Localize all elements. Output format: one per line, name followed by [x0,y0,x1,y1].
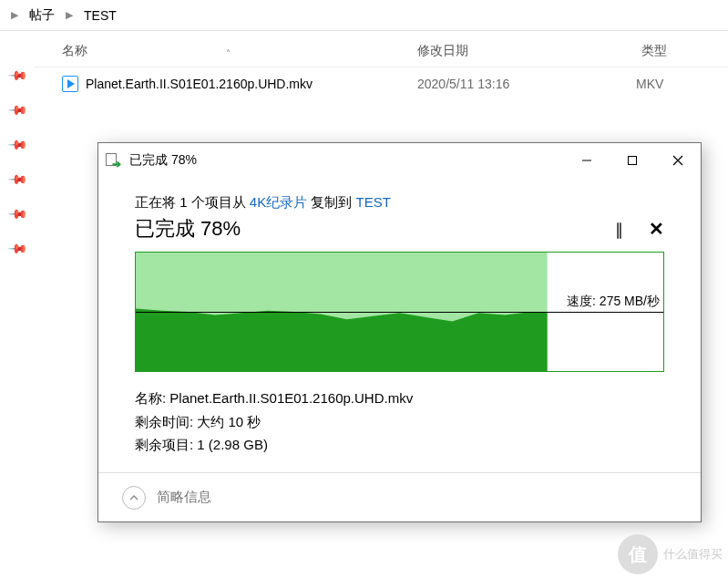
speed-baseline [136,312,663,313]
sort-asc-icon: ˄ [226,48,231,58]
remaining-time-label: 剩余时间: [135,414,193,429]
copy-dialog: ➔ 已完成 78% 正在将 1 个项目从 4K纪录片 复制到 TEST 已完成 … [97,142,702,522]
pause-button[interactable]: ∥ [615,220,625,239]
pin-icon: 📌 [6,168,27,189]
watermark-icon: 值 [618,534,658,574]
footer-label[interactable]: 简略信息 [157,489,211,506]
collapse-button[interactable] [122,486,146,510]
breadcrumb-seg-2[interactable]: TEST [80,6,120,25]
name-value: Planet.Earth.II.S01E01.2160p.UHD.mkv [169,390,413,406]
maximize-button[interactable] [610,143,655,178]
name-label: 名称: [135,390,166,406]
dialog-titlebar[interactable]: ➔ 已完成 78% [98,143,701,178]
speed-label: 速度: 275 MB/秒 [567,294,660,310]
file-date: 2020/5/11 13:16 [417,77,636,91]
progress-percent: 已完成 78% [135,215,241,243]
source-link[interactable]: 4K纪录片 [250,194,307,210]
watermark-text: 什么值得买 [663,546,723,563]
column-name-label: 名称 [62,43,87,57]
video-file-icon [62,76,78,92]
quick-access-strip: 📌 📌 📌 📌 📌 📌 [0,31,35,578]
pin-icon: 📌 [6,133,27,154]
destination-link[interactable]: TEST [356,194,391,210]
svg-rect-1 [629,157,637,165]
file-name: Planet.Earth.II.S01E01.2160p.UHD.mkv [86,77,313,91]
chevron-right-icon: ▶ [4,9,26,21]
breadcrumb[interactable]: ▶ 帖子 ▶ TEST [0,0,728,31]
pin-icon: 📌 [6,64,27,85]
copy-operation-icon: ➔ [106,153,124,168]
minimize-button[interactable] [564,143,610,178]
cancel-button[interactable]: ✕ [649,218,664,240]
pin-icon: 📌 [6,98,27,119]
speed-chart[interactable]: 速度: 275 MB/秒 [135,252,664,372]
dialog-footer: 简略信息 [98,472,701,521]
table-row[interactable]: Planet.Earth.II.S01E01.2160p.UHD.mkv 202… [35,67,728,100]
file-type: MKV [636,77,728,91]
dialog-title: 已完成 78% [129,152,197,169]
column-headers: 名称 ˄ 修改日期 类型 [35,35,728,67]
copy-mid: 复制到 [307,194,355,210]
copy-description: 正在将 1 个项目从 4K纪录片 复制到 TEST [135,194,664,212]
pin-icon: 📌 [6,237,27,258]
column-type[interactable]: 类型 [636,43,728,59]
transfer-details: 名称: Planet.Earth.II.S01E01.2160p.UHD.mkv… [135,387,664,457]
watermark: 值 什么值得买 [618,534,723,574]
remaining-time-value: 大约 10 秒 [197,414,261,429]
copy-prefix: 正在将 1 个项目从 [135,194,250,210]
column-name[interactable]: 名称 ˄ [35,43,417,59]
remaining-items-label: 剩余项目: [135,437,193,452]
close-button[interactable] [655,143,701,178]
breadcrumb-seg-1[interactable]: 帖子 [26,5,58,26]
remaining-items-value: 1 (2.98 GB) [197,437,268,452]
column-date[interactable]: 修改日期 [417,43,636,59]
pin-icon: 📌 [6,202,27,223]
chevron-right-icon: ▶ [58,9,80,21]
